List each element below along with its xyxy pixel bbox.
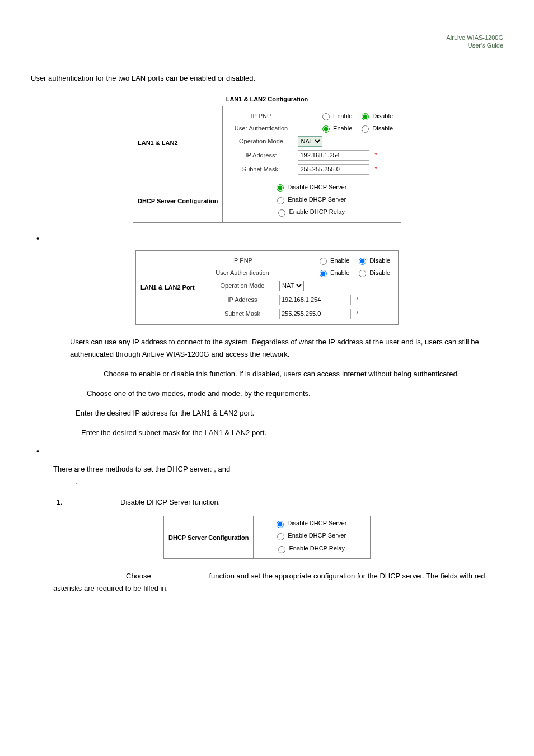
- dhcp-small-table: DHCP Server Configuration Disable DHCP S…: [163, 516, 371, 559]
- dhcp-sm-disable-radio[interactable]: [277, 521, 284, 528]
- subnet-label: Subnet Mask:: [227, 166, 294, 172]
- ip-addr-label: IP Address:: [227, 152, 294, 158]
- lan-port-table: LAN1 & LAN2 Port IP PNP Enable Disable U…: [135, 250, 399, 325]
- op-mode-select[interactable]: NAT: [298, 136, 322, 147]
- dhcp-enable-radio[interactable]: [277, 197, 284, 204]
- user-auth-disable-radio[interactable]: [362, 125, 369, 133]
- ip-pnp-disable-2[interactable]: Disable: [356, 256, 390, 265]
- dhcp-relay-radio[interactable]: [278, 209, 285, 217]
- ip-pnp-enable-radio-2[interactable]: [320, 258, 327, 265]
- user-auth-label: User Authentication: [227, 125, 294, 132]
- subnet-input[interactable]: [298, 164, 369, 175]
- ip-pnp-label-2: IP PNP: [209, 257, 276, 264]
- ip-pnp-enable[interactable]: Enable: [320, 111, 352, 120]
- lan-config-table: LAN1 & LAN2 Configuration LAN1 & LAN2 IP…: [133, 92, 401, 223]
- dhcp-bullet: [46, 447, 503, 455]
- lan-port-row-label: LAN1 & LAN2 Port: [136, 250, 204, 324]
- user-auth-enable-radio[interactable]: [322, 125, 330, 133]
- ip-pnp-desc: Users can use any IP address to connect …: [70, 336, 503, 361]
- dhcp-relay-option[interactable]: Enable DHCP Relay: [275, 207, 344, 217]
- ip-addr-input[interactable]: [298, 150, 369, 161]
- dhcp-disable-option[interactable]: Disable DHCP Server: [274, 183, 346, 193]
- user-auth-disable[interactable]: Disable: [359, 124, 393, 133]
- dhcp-sm-enable-radio[interactable]: [277, 533, 284, 540]
- op-mode-desc: Choose one of the two modes, mode and mo…: [53, 388, 503, 400]
- ip-pnp-disable-radio[interactable]: [362, 113, 369, 120]
- subnet-label-2: Subnet Mask: [209, 310, 276, 317]
- user-auth-desc: Choose to enable or disable this functio…: [53, 368, 503, 380]
- lan-row-label: LAN1 & LAN2: [133, 106, 223, 180]
- ip-pnp-disable-radio-2[interactable]: [359, 258, 366, 265]
- dhcp-sm-enable[interactable]: Enable DHCP Server: [274, 531, 346, 541]
- dhcp-small-label: DHCP Server Configuration: [164, 516, 254, 559]
- header-subtitle: User's Guide: [31, 41, 503, 49]
- subnet-desc: Enter the desired subnet mask for the LA…: [81, 427, 503, 439]
- op-mode-select-2[interactable]: NAT: [279, 281, 304, 291]
- required-icon: *: [374, 152, 377, 158]
- dhcp-item-1: Disable DHCP Server function.: [64, 496, 503, 508]
- intro-text: User authentication for the two LAN port…: [31, 72, 503, 85]
- lan-port-bullet: [46, 234, 503, 242]
- dhcp-row-label: DHCP Server Configuration: [133, 180, 223, 222]
- required-icon: *: [356, 296, 358, 303]
- ip-pnp-disable[interactable]: Disable: [359, 111, 393, 120]
- user-auth-disable-2[interactable]: Disable: [356, 268, 390, 277]
- dhcp-enable-option[interactable]: Enable DHCP Server: [274, 195, 346, 205]
- ip-pnp-label: IP PNP: [227, 113, 294, 119]
- user-auth-enable-2[interactable]: Enable: [317, 268, 349, 277]
- required-icon: *: [356, 310, 358, 317]
- ip-pnp-enable-2[interactable]: Enable: [317, 256, 349, 265]
- subnet-input-2[interactable]: [279, 309, 351, 319]
- dhcp-methods-text: There are three methods to set the DHCP …: [53, 463, 503, 488]
- ip-addr-label-2: IP Address: [209, 296, 276, 303]
- user-auth-enable[interactable]: Enable: [320, 124, 352, 133]
- user-auth-enable-radio-2[interactable]: [320, 270, 327, 277]
- ip-addr-input-2[interactable]: [279, 295, 351, 305]
- dhcp-sm-disable[interactable]: Disable DHCP Server: [274, 519, 346, 529]
- dhcp-disable-radio[interactable]: [277, 184, 284, 192]
- ip-addr-desc: Enter the desired IP address for the LAN…: [76, 407, 503, 419]
- op-mode-label: Operation Mode: [227, 138, 294, 144]
- header-product: AirLive WIAS-1200G: [31, 34, 503, 41]
- dhcp-sm-relay[interactable]: Enable DHCP Relay: [275, 544, 344, 554]
- dhcp-sm-relay-radio[interactable]: [278, 546, 285, 553]
- table-title: LAN1 & LAN2 Configuration: [133, 92, 401, 106]
- required-icon: *: [374, 166, 377, 172]
- ip-pnp-enable-radio[interactable]: [322, 113, 330, 120]
- dhcp-item-2-text: Choose function and set the appropriate …: [53, 570, 503, 595]
- user-auth-disable-radio-2[interactable]: [359, 270, 366, 277]
- op-mode-label-2: Operation Mode: [209, 282, 276, 289]
- page-header: AirLive WIAS-1200G User's Guide: [31, 34, 503, 50]
- user-auth-label-2: User Authentication: [209, 269, 276, 276]
